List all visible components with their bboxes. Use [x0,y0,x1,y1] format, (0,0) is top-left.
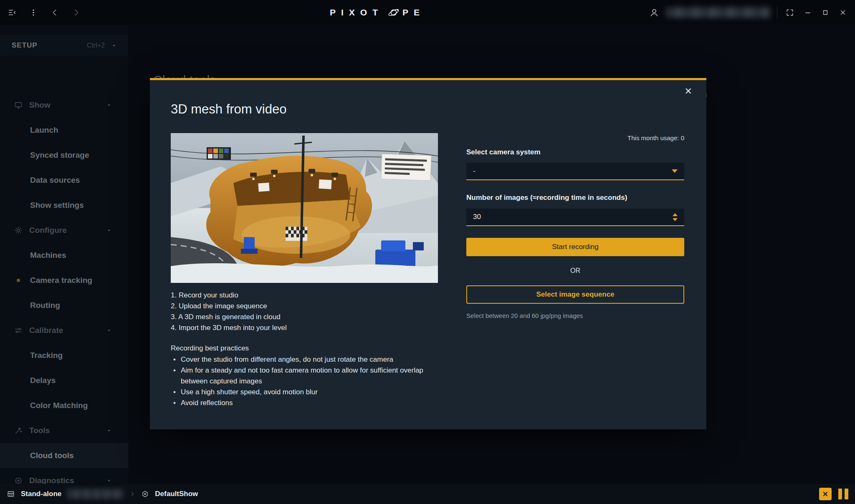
select-sequence-hint: Select between 20 and 60 jpg/png images [466,312,583,319]
forward-arrow-icon[interactable] [72,8,81,17]
num-images-input[interactable] [473,213,671,221]
best-practice-item: Use a high shutter speed, avoid motion b… [171,387,442,398]
kebab-menu-icon[interactable] [29,8,38,17]
camera-system-value: - [473,167,476,175]
atom-icon [387,6,400,19]
user-account-icon[interactable] [649,8,659,18]
step-item: 2. Upload the image sequence [171,301,287,312]
logo-text-right: PE [402,8,425,18]
close-icon[interactable]: ✕ [685,87,692,96]
best-practice-item: Cover the studio from different angles, … [171,354,442,365]
fullscreen-icon[interactable] [784,7,796,18]
stop-output-button[interactable] [819,488,832,500]
num-images-field [466,209,684,226]
logo-text-left: PIXOT [330,8,383,18]
usage-label: This month usage: 0 [466,134,684,141]
best-practice-item: Aim for a steady and not too fast camera… [171,365,442,387]
maximize-icon[interactable] [820,7,831,18]
statusbar: Stand-alone DefaultShow [0,484,855,504]
stepper-up-icon[interactable] [673,213,678,216]
minimize-icon[interactable] [802,7,813,18]
back-arrow-icon[interactable] [50,8,59,17]
modal-title: 3D mesh from video [171,102,286,117]
pixotope-window: PIXOT PE [0,0,855,504]
best-practices-title: Recording best practices [171,343,249,354]
camera-system-label: Select camera system [466,148,541,156]
titlebar: PIXOT PE [0,0,855,25]
3d-mesh-modal: ✕ 3D mesh from video [150,78,706,429]
modal-right-column: This month usage: 0 Select camera system… [466,80,684,429]
workflow-steps: 1. Record your studio 2. Upload the imag… [171,290,287,333]
titlebar-divider [777,7,777,18]
chevron-down-icon [672,169,678,173]
current-show-label[interactable]: DefaultShow [155,490,198,498]
step-item: 3. A 3D mesh is generated in cloud [171,312,287,323]
or-separator: OR [466,267,684,275]
num-images-label: Number of images (≈recording time in sec… [466,194,627,202]
stepper-down-icon[interactable] [673,218,678,221]
show-hexagon-icon [141,490,149,498]
blurred-session-name [67,489,124,499]
best-practice-item: Avoid reflections [171,398,442,408]
pause-button[interactable] [838,489,848,499]
number-stepper[interactable] [671,212,679,223]
start-recording-button[interactable]: Start recording [466,238,684,256]
pixotope-logo: PIXOT PE [330,0,425,25]
best-practices-list: Cover the studio from different angles, … [171,354,442,408]
step-item: 4. Import the 3D mesh into your level [171,323,287,333]
collapse-sidebar-icon[interactable] [8,8,17,17]
camera-system-select[interactable]: - [466,163,684,180]
studio-scan-image [171,133,438,283]
step-item: 1. Record your studio [171,290,287,301]
grid-icon[interactable] [7,490,15,498]
close-window-icon[interactable] [837,7,848,18]
select-image-sequence-button[interactable]: Select image sequence [466,285,684,304]
blurred-username [666,7,770,18]
chevron-right-icon [129,491,135,497]
mode-label: Stand-alone [21,490,61,498]
